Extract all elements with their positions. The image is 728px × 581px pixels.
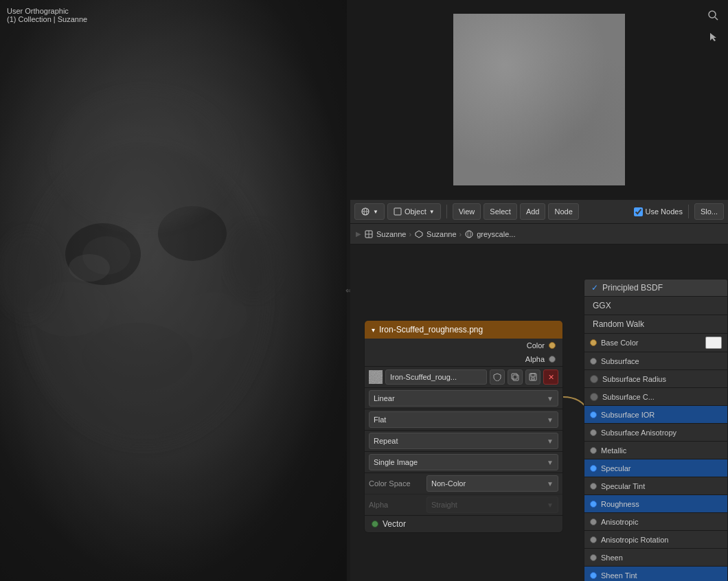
bsdf-roughness-label: Roughness (601, 500, 722, 508)
bsdf-option-random-walk[interactable]: Random Walk (584, 315, 727, 334)
bsdf-subsurface-socket[interactable] (590, 358, 597, 365)
bsdf-check-icon: ✓ (591, 283, 598, 293)
breadcrumb-item-2[interactable]: Suzanne (414, 229, 456, 239)
render-dropdown-arrow: ▼ (373, 209, 378, 215)
bsdf-metallic-label: Metallic (601, 446, 722, 455)
source-dropdown[interactable]: Single Image ▼ (369, 454, 558, 470)
color-space-row: Color Space Non-Color ▼ (365, 472, 562, 494)
bsdf-sheen-socket[interactable] (590, 554, 597, 561)
view-label: View (459, 207, 475, 216)
texture-color-label: Color (527, 341, 545, 350)
add-btn[interactable]: Add (520, 203, 546, 220)
object-icon (414, 229, 424, 239)
select-btn[interactable]: Select (484, 203, 517, 220)
bsdf-anisotropic-socket[interactable] (590, 519, 597, 525)
svg-rect-35 (512, 374, 517, 379)
bsdf-specular-socket[interactable] (590, 465, 597, 472)
color-space-dropdown[interactable]: Non-Color ▼ (426, 475, 558, 492)
viewport-title-area: User Orthographic (1) Collection | Suzan… (7, 7, 87, 23)
texture-node-header: ▾ Iron-Scuffed_roughness.png (365, 321, 562, 339)
viewport-panel: User Orthographic (1) Collection | Suzan… (0, 0, 350, 581)
bsdf-subsurface-label: Subsurface (601, 357, 722, 365)
vector-row: Vector (365, 515, 562, 532)
bsdf-specular-tint-socket[interactable] (590, 483, 597, 490)
viewport-collection: (1) Collection | Suzanne (7, 15, 87, 23)
bsdf-subsurface-ior-socket[interactable] (590, 411, 597, 418)
source-row: Single Image ▼ (365, 451, 562, 472)
bsdf-metallic-socket[interactable] (590, 447, 597, 454)
node-btn[interactable]: Node (548, 203, 578, 220)
svg-rect-14 (453, 14, 625, 185)
zoom-icon[interactable] (705, 7, 721, 23)
remove-image-btn[interactable]: ✕ (543, 369, 558, 385)
object-dropdown-btn[interactable]: Object ▼ (387, 203, 441, 220)
save-image-btn[interactable] (525, 369, 541, 385)
object-label: Object (405, 207, 426, 216)
breadcrumb-item-3[interactable]: greyscale... (464, 229, 515, 239)
cursor-icon[interactable] (705, 29, 721, 45)
slot-btn[interactable]: Slo... (694, 203, 724, 220)
interpolation-dropdown[interactable]: Linear ▼ (369, 390, 558, 407)
bsdf-base-color-swatch[interactable] (705, 337, 722, 349)
bsdf-base-color-label: Base Color (601, 339, 701, 347)
svg-line-20 (556, 48, 611, 55)
texture-node-collapse-icon[interactable]: ▾ (372, 326, 375, 334)
texture-image-node: ▾ Iron-Scuffed_roughness.png Color Alpha (364, 320, 563, 533)
bsdf-roughness-row: Roughness (584, 495, 727, 513)
texture-alpha-socket[interactable] (549, 356, 556, 363)
bsdf-option-ggx[interactable]: GGX (584, 297, 727, 315)
texture-alpha-label: Alpha (525, 355, 545, 363)
alpha-arrow: ▼ (547, 501, 554, 509)
copy-btn[interactable] (508, 369, 523, 385)
preview-image (453, 14, 625, 185)
breadcrumb-arrow: ▶ (356, 230, 361, 238)
bsdf-anisotropic-rotation-label: Anisotropic Rotation (601, 536, 722, 544)
bsdf-subsurface-radius-label: Subsurface Radius (602, 375, 722, 383)
bsdf-sheen-tint-socket[interactable] (590, 572, 597, 579)
bsdf-subsurface-anisotropy-socket[interactable] (590, 429, 597, 436)
bsdf-title: Principled BSDF (602, 283, 663, 293)
top-right-icons-group (705, 7, 721, 45)
svg-line-18 (522, 93, 577, 96)
breadcrumb-label-2: Suzanne (426, 230, 456, 238)
color-space-label: Color Space (369, 479, 424, 488)
view-btn[interactable]: View (453, 203, 481, 220)
alpha-dropdown[interactable]: Straight ▼ (426, 497, 558, 513)
breadcrumb-label-3: greyscale... (477, 230, 515, 238)
extension-dropdown[interactable]: Repeat ▼ (369, 433, 558, 449)
render-icon-btn[interactable]: ▼ (354, 203, 385, 220)
svg-line-17 (467, 48, 508, 55)
bsdf-random-walk-label: Random Walk (593, 319, 644, 329)
extension-row: Repeat ▼ (365, 430, 562, 451)
texture-color-socket[interactable] (549, 342, 556, 349)
breadcrumb-item-1[interactable]: Suzanne (364, 229, 406, 239)
bsdf-anisotropic-rotation-socket[interactable] (590, 536, 597, 543)
bsdf-ggx-label: GGX (593, 301, 611, 310)
shield-btn[interactable] (490, 369, 505, 385)
bsdf-roughness-socket[interactable] (590, 501, 597, 508)
bsdf-subsurface-anisotropy-row: Subsurface Anisotropy (584, 424, 727, 442)
svg-rect-13 (453, 14, 625, 185)
bsdf-subsurface-radius-socket[interactable] (590, 375, 598, 383)
bsdf-specular-label: Specular (601, 464, 722, 472)
svg-point-11 (69, 254, 110, 282)
bsdf-base-color-socket[interactable] (590, 339, 597, 346)
texture-alpha-output: Alpha (365, 352, 562, 366)
svg-line-22 (715, 17, 718, 20)
projection-dropdown[interactable]: Flat ▼ (369, 411, 558, 428)
bsdf-anisotropic-label: Anisotropic (601, 518, 722, 526)
material-icon (464, 229, 474, 239)
use-nodes-checkbox[interactable] (634, 207, 643, 216)
image-name-btn[interactable]: Iron-Scuffed_roug... (385, 369, 487, 385)
bsdf-sheen-tint-label: Sheen Tint (601, 571, 722, 580)
mesh-icon (364, 229, 374, 239)
svg-point-10 (55, 89, 234, 227)
bsdf-subsurface-color-label: Subsurface C... (602, 393, 722, 401)
right-panel: ▼ Object ▼ View Select Add Node Use Node… (350, 0, 728, 581)
color-space-value: Non-Color (431, 479, 466, 488)
viewport-projection: User Orthographic (7, 7, 87, 15)
vector-input-socket[interactable] (372, 521, 378, 527)
bsdf-specular-tint-label: Specular Tint (601, 482, 722, 490)
bsdf-header[interactable]: ✓ Principled BSDF (584, 280, 727, 297)
bsdf-subsurface-color-socket[interactable] (590, 393, 598, 401)
